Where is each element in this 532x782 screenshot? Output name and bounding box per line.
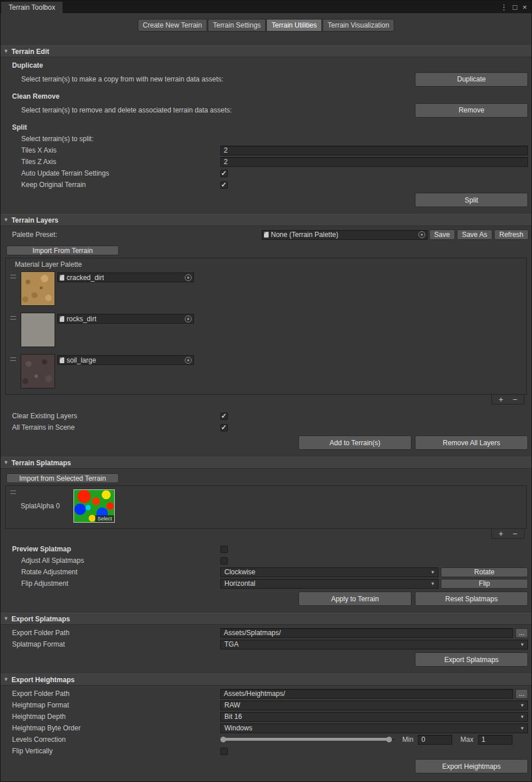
levels-slider[interactable]	[220, 735, 394, 744]
export-splatmaps-button[interactable]: Export Splatmaps	[415, 652, 528, 667]
section-export-heightmaps[interactable]: ▼ Export Heightmaps	[1, 674, 531, 686]
foldout-icon[interactable]: ▼	[3, 49, 9, 54]
add-to-terrain-button[interactable]: Add to Terrain(s)	[298, 435, 411, 450]
export-folder-path-value: Assets/Splatmaps/	[224, 629, 281, 637]
import-from-selected-terrain-button[interactable]: Import from Selected Terrain	[6, 473, 119, 483]
layer-object-field[interactable]: cracked_dirt	[57, 273, 194, 282]
section-terrain-edit[interactable]: ▼ Terrain Edit	[1, 45, 531, 57]
terrain-toolbox-window: Terrain Toolbox ⋮ □ × Create New Terrain…	[0, 0, 532, 782]
split-title: Split	[12, 123, 27, 131]
foldout-icon[interactable]: ▼	[3, 616, 9, 621]
remove-splatmap-button[interactable]: −	[512, 530, 517, 537]
heightmap-format-dropdown[interactable]: RAW ▼	[220, 701, 528, 710]
foldout-icon[interactable]: ▼	[3, 677, 9, 682]
flip-vertically-checkbox[interactable]	[220, 748, 228, 755]
add-layer-button[interactable]: +	[499, 396, 503, 403]
heightmap-folder-path-input[interactable]: Assets/Heightmaps/	[220, 689, 513, 699]
splatmap-thumbnail[interactable]: Select	[73, 489, 115, 523]
heightmap-byte-order-dropdown[interactable]: Windows ▼	[220, 723, 528, 733]
object-picker-icon[interactable]	[185, 274, 192, 281]
section-terrain-splatmaps[interactable]: ▼ Terrain Splatmaps	[1, 457, 531, 469]
keep-original-checkbox[interactable]	[220, 181, 228, 189]
tiles-z-input[interactable]: 2	[220, 157, 528, 167]
menu-icon[interactable]: ⋮	[500, 3, 508, 11]
maximize-icon[interactable]: □	[513, 3, 518, 11]
duplicate-button[interactable]: Duplicate	[415, 72, 528, 87]
drag-handle-icon[interactable]	[10, 491, 18, 494]
layer-object-field[interactable]: soil_large	[57, 355, 194, 365]
section-title: Export Heightmaps	[11, 676, 75, 684]
clean-remove-title: Clean Remove	[12, 92, 60, 100]
auto-update-checkbox[interactable]	[220, 170, 228, 177]
heightmap-byte-order-label: Heightmap Byte Order	[12, 724, 220, 732]
splatmap-format-dropdown[interactable]: TGA ▼	[220, 640, 528, 649]
tab-terrain-utilities[interactable]: Terrain Utilities	[266, 19, 322, 32]
foldout-icon[interactable]: ▼	[3, 460, 9, 465]
clear-existing-checkbox[interactable]	[220, 413, 228, 420]
tab-terrain-visualization[interactable]: Terrain Visualization	[323, 19, 394, 32]
section-title: Terrain Splatmaps	[11, 459, 71, 467]
export-folder-path-label: Export Folder Path	[12, 690, 220, 698]
browse-folder-button[interactable]: ...	[515, 689, 528, 699]
window-title: Terrain Toolbox	[9, 3, 55, 11]
clean-remove-description: Select terrain(s) to remove and delete a…	[21, 106, 232, 114]
layer-thumbnail[interactable]	[21, 271, 55, 306]
rotate-button[interactable]: Rotate	[441, 567, 528, 577]
layer-thumbnail[interactable]	[21, 313, 55, 347]
all-terrains-label: All Terrains in Scene	[12, 423, 220, 431]
split-description: Select terrain(s) to split:	[21, 135, 94, 143]
heightmap-depth-dropdown[interactable]: Bit 16 ▼	[220, 712, 528, 722]
export-folder-path-input[interactable]: Assets/Splatmaps/	[220, 628, 513, 638]
layer-thumbnail[interactable]	[21, 354, 55, 388]
preview-splatmap-label: Preview Splatmap	[12, 545, 220, 553]
add-splatmap-button[interactable]: +	[499, 530, 503, 537]
select-button[interactable]: Select	[95, 515, 114, 522]
tab-terrain-settings[interactable]: Terrain Settings	[208, 19, 266, 32]
object-picker-icon[interactable]	[185, 357, 192, 364]
tab-create-new-terrain[interactable]: Create New Terrain	[138, 19, 207, 32]
keep-original-label: Keep Original Terrain	[21, 181, 220, 189]
section-export-splatmaps[interactable]: ▼ Export Splatmaps	[1, 613, 531, 625]
slider-max-handle[interactable]	[386, 737, 392, 742]
save-as-button[interactable]: Save As	[457, 229, 492, 240]
flip-vertically-label: Flip Vertically	[12, 747, 220, 755]
export-heightmaps-button[interactable]: Export Heightmaps	[415, 759, 528, 773]
refresh-button[interactable]: Refresh	[494, 229, 529, 240]
drag-handle-icon[interactable]	[10, 275, 18, 278]
adjust-all-checkbox[interactable]	[220, 557, 228, 565]
splat-row: SplatAlpha 0 Select	[6, 486, 526, 528]
tiles-x-input[interactable]: 2	[220, 146, 528, 155]
import-from-terrain-button[interactable]: Import From Terrain	[6, 246, 119, 255]
section-terrain-layers[interactable]: ▼ Terrain Layers	[1, 214, 531, 226]
remove-button[interactable]: Remove	[415, 103, 528, 118]
max-input[interactable]: 1	[478, 735, 512, 745]
save-button[interactable]: Save	[429, 229, 455, 240]
split-button[interactable]: Split	[415, 193, 528, 207]
remove-layer-button[interactable]: −	[512, 396, 517, 403]
object-picker-icon[interactable]	[418, 231, 425, 238]
min-input[interactable]: 0	[418, 735, 452, 745]
drag-handle-icon[interactable]	[10, 357, 18, 361]
layer-object-field[interactable]: rocks_dirt	[57, 314, 194, 324]
heightmap-format-label: Heightmap Format	[12, 701, 220, 709]
all-terrains-checkbox[interactable]	[220, 424, 228, 431]
flip-adjustment-value: Horizontal	[224, 579, 255, 588]
preview-splatmap-checkbox[interactable]	[220, 546, 228, 553]
close-icon[interactable]: ×	[522, 3, 527, 11]
max-label: Max	[460, 736, 473, 744]
window-tab[interactable]: Terrain Toolbox	[1, 2, 63, 13]
browse-folder-button[interactable]: ...	[515, 628, 528, 638]
palette-preset-field[interactable]: None (Terrain Palette)	[262, 230, 428, 240]
foldout-icon[interactable]: ▼	[3, 217, 9, 223]
flip-button[interactable]: Flip	[441, 579, 528, 589]
apply-to-terrain-button[interactable]: Apply to Terrain	[298, 592, 411, 606]
remove-all-layers-button[interactable]: Remove All Layers	[415, 435, 528, 450]
flip-adjustment-dropdown[interactable]: Horizontal ▼	[220, 579, 438, 589]
section-title: Terrain Edit	[11, 48, 49, 56]
reset-splatmaps-button[interactable]: Reset Splatmaps	[415, 592, 528, 606]
rotate-adjustment-dropdown[interactable]: Clockwise ▼	[220, 567, 438, 577]
object-picker-icon[interactable]	[185, 316, 192, 322]
slider-min-handle[interactable]	[220, 737, 226, 742]
slider-range[interactable]	[223, 738, 389, 741]
drag-handle-icon[interactable]	[10, 316, 18, 320]
